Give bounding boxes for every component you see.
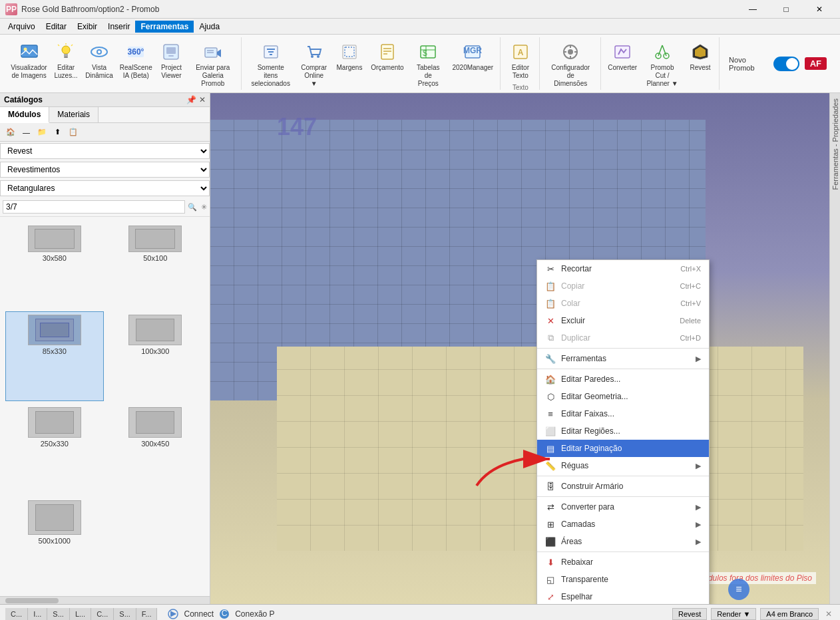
- ctx-areas[interactable]: ⬛ Áreas ▶: [537, 533, 709, 550]
- new-promob-toggle[interactable]: [773, 57, 799, 71]
- tools-icon: 🔧: [545, 353, 556, 364]
- ctx-colar[interactable]: 📋 Colar Ctrl+V: [537, 295, 709, 312]
- status-render-btn[interactable]: Render ▼: [711, 608, 756, 620]
- sidebar-dropdown-revestimentos[interactable]: Revestimentos: [0, 162, 210, 178]
- sidebar-toolbar-btn-3[interactable]: ⬆: [51, 126, 64, 138]
- conexao-label[interactable]: Conexão P: [235, 609, 274, 619]
- ctx-espelhar[interactable]: ⤢ Espelhar: [537, 588, 709, 604]
- viewport-canvas[interactable]: 147 Projeto com módulos fora dos limites…: [210, 93, 829, 604]
- viewport: 147 Projeto com módulos fora dos limites…: [210, 93, 829, 604]
- tile-thumb-85x330: [28, 315, 81, 345]
- status-tab-l[interactable]: L...: [70, 608, 91, 620]
- tile-thumb-500x1000: [28, 500, 81, 535]
- toolbar-btn-project-viewer[interactable]: ProjectViewer: [156, 39, 186, 82]
- status-tab-s2[interactable]: S...: [114, 608, 136, 620]
- toolbar-btn-tabelas-precos[interactable]: $ Tabelas dePreços: [409, 39, 447, 90]
- ctx-recortar[interactable]: ✂ Recortar Ctrl+X: [537, 260, 709, 277]
- tile-item-500x1000[interactable]: 500x1000: [5, 497, 104, 591]
- toolbar-btn-editor-texto[interactable]: A EditorTexto: [506, 39, 535, 82]
- sidebar-toolbar: 🏠 — 📁 ⬆ 📋: [0, 123, 210, 142]
- sidebar-tab-modulos[interactable]: Módulos: [0, 107, 49, 123]
- ctx-copiar[interactable]: 📋 Copiar Ctrl+C: [537, 277, 709, 295]
- sidebar-close-button[interactable]: ✕: [199, 95, 206, 104]
- close-button[interactable]: ✕: [804, 0, 835, 19]
- status-tab-c[interactable]: C...: [5, 608, 28, 620]
- sidebar-scrollbar[interactable]: [0, 596, 210, 604]
- tile-item-85x330[interactable]: 85x330: [5, 311, 104, 402]
- connect-label[interactable]: Connect: [184, 609, 214, 619]
- toolbar-btn-somente-itens[interactable]: Somente itensselecionados: [247, 39, 294, 90]
- tile-item-30x580[interactable]: 30x580: [5, 222, 104, 309]
- ctx-editar-geometria[interactable]: ⬡ Editar Geometria...: [537, 388, 709, 405]
- svg-rect-0: [21, 45, 37, 57]
- sidebar-toolbar-btn-1[interactable]: 🏠: [3, 126, 19, 138]
- toolbar-btn-configurador[interactable]: Configurador deDimensões: [545, 39, 596, 90]
- tile-item-300x450[interactable]: 300x450: [106, 404, 205, 494]
- menu-ajuda[interactable]: Ajuda: [194, 21, 225, 33]
- menu-editar[interactable]: Editar: [41, 21, 72, 33]
- right-panel[interactable]: Ferramentas - Propriedades: [829, 93, 840, 604]
- tile-label-50x100: 50x100: [143, 254, 167, 262]
- image-icon: [19, 41, 40, 63]
- status-tab-s[interactable]: S...: [47, 608, 70, 620]
- nav-help-button[interactable]: ≡: [728, 579, 749, 600]
- ctx-transparente[interactable]: ◱ Transparente: [537, 571, 709, 588]
- ctx-excluir[interactable]: ✕ Excluir Delete: [537, 312, 709, 329]
- toolbar-btn-2020manager[interactable]: MGR 2020Manager: [450, 39, 496, 75]
- toolbar-group-apresentacao: Visualizadorde Imagens EditarLuzes... Vi…: [5, 37, 242, 90]
- ctx-duplicar[interactable]: ⧉ Duplicar Ctrl+D: [537, 329, 709, 347]
- ctx-converter-para[interactable]: ⇄ Converter para ▶: [537, 498, 709, 516]
- sidebar-dropdown-revest[interactable]: Revest: [0, 143, 210, 159]
- toolbar-btn-revest[interactable]: Revest: [686, 39, 715, 75]
- svg-rect-3: [64, 54, 68, 57]
- status-a4-btn[interactable]: A4 em Branco: [760, 608, 819, 620]
- menu-inserir[interactable]: Inserir: [103, 21, 135, 33]
- toolbar-btn-realscene[interactable]: 360° RealSceneIA (Beta): [118, 39, 154, 82]
- status-tab-c2[interactable]: C...: [91, 608, 114, 620]
- toolbar-btn-converter[interactable]: Converter: [606, 39, 639, 75]
- menu-arquivo[interactable]: Arquivo: [3, 21, 41, 33]
- sidebar-dropdown-retangulares[interactable]: Retangulares: [0, 180, 210, 196]
- svg-rect-14: [166, 47, 176, 54]
- toolbar-btn-orcamento[interactable]: Orçamento: [368, 39, 407, 75]
- toolbar-btn-editar-luzes[interactable]: EditarLuzes...: [51, 39, 81, 82]
- sidebar-pin-button[interactable]: 📌: [186, 95, 196, 104]
- toolbar-btn-comprar-online[interactable]: ComprarOnline ▼: [297, 39, 331, 90]
- config-icon: [560, 41, 581, 63]
- tile-label-30x580: 30x580: [43, 254, 67, 262]
- ctx-rebaixar[interactable]: ⬇ Rebaixar: [537, 553, 709, 571]
- connect-icon: ▶: [168, 609, 178, 619]
- svg-point-40: [568, 49, 573, 55]
- toolbar-btn-vista-dinamica[interactable]: VistaDinâmica: [83, 39, 115, 82]
- sidebar-toolbar-btn-2[interactable]: 📁: [34, 126, 50, 138]
- realscene-icon: 360°: [125, 41, 146, 63]
- ctx-ferramentas[interactable]: 🔧 Ferramentas ▶: [537, 350, 709, 367]
- tile-item-50x100[interactable]: 50x100: [106, 222, 205, 309]
- svg-point-24: [317, 55, 319, 58]
- maximize-button[interactable]: □: [771, 0, 801, 19]
- toolbar-btn-enviar-galeria[interactable]: Enviar paraGaleria Promob: [188, 39, 237, 90]
- ctx-editar-paredes[interactable]: 🏠 Editar Paredes...: [537, 371, 709, 388]
- tile-label-250x330: 250x330: [41, 440, 69, 448]
- tile-item-250x330[interactable]: 250x330: [5, 404, 104, 494]
- ctx-editar-faixas[interactable]: ≡ Editar Faixas...: [537, 405, 709, 422]
- toolbar-btn-promob-cut[interactable]: Promob Cut /Planner ▼: [642, 39, 683, 90]
- menu-ferramentas[interactable]: Ferramentas: [135, 21, 194, 33]
- status-tab-i[interactable]: I...: [28, 608, 47, 620]
- menu-exibir[interactable]: Exibir: [72, 21, 103, 33]
- sidebar-search-input[interactable]: [3, 200, 185, 214]
- minimize-button[interactable]: —: [737, 0, 768, 19]
- sidebar-search-mark: ✳: [201, 203, 207, 212]
- tile-item-100x300[interactable]: 100x300: [106, 311, 205, 402]
- conexao-icon: C: [219, 609, 230, 619]
- toolbar-btn-visualizador[interactable]: Visualizadorde Imagens: [9, 39, 49, 82]
- toolbar-btn-margens[interactable]: Margens: [333, 39, 365, 75]
- status-revest-btn[interactable]: Revest: [672, 608, 707, 620]
- sidebar-title: Catálogos: [4, 95, 43, 104]
- sidebar-tab-materiais[interactable]: Materiais: [49, 107, 99, 122]
- sidebar-toolbar-btn-4[interactable]: 📋: [65, 126, 81, 138]
- status-tab-f[interactable]: F...: [136, 608, 158, 620]
- toolbar-group-producao: Configurador deDimensões Produção: [541, 37, 601, 90]
- window-controls: — □ ✕: [737, 0, 835, 19]
- ctx-camadas[interactable]: ⊞ Camadas ▶: [537, 516, 709, 533]
